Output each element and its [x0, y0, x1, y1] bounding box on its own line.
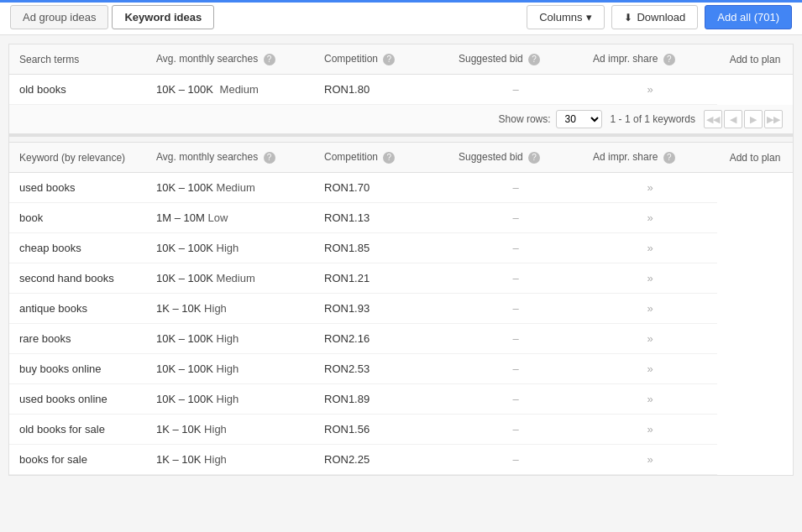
- keyword-cell: rare books: [9, 324, 146, 354]
- keyword-cell: book: [9, 203, 146, 233]
- keyword-row: rare books 10K – 100K High RON2.16 – »: [9, 324, 793, 354]
- add-plan-cell[interactable]: »: [583, 384, 717, 415]
- download-button[interactable]: Download: [611, 5, 698, 29]
- ad-impr-cell: –: [448, 75, 583, 105]
- col-avg-monthly-st: Avg. monthly searches ?: [146, 44, 314, 75]
- bid-cell: RON2.16: [314, 324, 448, 354]
- col-add-to-plan-st: Add to plan: [717, 44, 793, 75]
- ad-impr-cell: –: [448, 233, 583, 263]
- competition-help-icon[interactable]: ?: [383, 54, 395, 65]
- ad-impr-cell: –: [448, 384, 583, 415]
- add-plan-cell[interactable]: »: [583, 354, 717, 384]
- keyword-cell: used books online: [9, 384, 146, 415]
- suggested-bid-help-icon[interactable]: ?: [528, 54, 540, 65]
- col-ad-impr-ki: Ad impr. share ?: [583, 143, 717, 173]
- columns-label: Columns: [539, 11, 582, 23]
- ad-impr-cell: –: [448, 354, 583, 384]
- first-page-button[interactable]: ◀◀: [704, 110, 722, 128]
- add-plan-cell[interactable]: »: [583, 75, 717, 105]
- download-icon: [624, 11, 632, 23]
- add-plan-cell[interactable]: »: [583, 173, 717, 203]
- show-rows-label: Show rows:: [499, 113, 551, 125]
- bid-cell: RON1.85: [314, 233, 448, 263]
- add-plan-cell[interactable]: »: [583, 324, 717, 354]
- ad-impr-help-icon[interactable]: ?: [663, 54, 675, 65]
- keyword-row: books for sale 1K – 10K High RON2.25 – »: [9, 445, 793, 475]
- tab-ad-group-ideas[interactable]: Ad group ideas: [10, 5, 108, 29]
- suggested-bid-ki-help-icon[interactable]: ?: [528, 152, 540, 164]
- avg-monthly-help-icon[interactable]: ?: [264, 54, 275, 65]
- keyword-cell: antique books: [9, 294, 146, 324]
- bid-cell: RON1.80: [314, 75, 448, 105]
- competition-ki-help-icon[interactable]: ?: [383, 152, 395, 164]
- col-suggested-bid-ki: Suggested bid ?: [448, 143, 583, 173]
- top-actions: Columns ▾ Download Add all (701): [527, 5, 792, 29]
- avg-monthly-cell: 10K – 100K High: [146, 324, 314, 354]
- ad-impr-cell: –: [448, 294, 583, 324]
- avg-monthly-ki-help-icon[interactable]: ?: [264, 152, 275, 164]
- keyword-ideas-header-row: Keyword (by relevance) Avg. monthly sear…: [9, 143, 793, 173]
- col-add-to-plan-ki: Add to plan: [717, 143, 793, 173]
- keyword-row: book 1M – 10M Low RON1.13 – »: [9, 203, 793, 233]
- add-plan-cell[interactable]: »: [583, 233, 717, 263]
- bid-cell: RON2.25: [314, 445, 448, 475]
- search-terms-header-row: Search terms Avg. monthly searches ? Com…: [9, 44, 793, 75]
- bid-cell: RON1.56: [314, 415, 448, 445]
- keyword-cell: old books for sale: [9, 415, 146, 445]
- keyword-row: old books for sale 1K – 10K High RON1.56…: [9, 415, 793, 445]
- keyword-cell: buy books online: [9, 354, 146, 384]
- page-range-text: 1 - 1 of 1 keywords: [611, 113, 695, 125]
- bid-cell: RON1.70: [314, 173, 448, 203]
- search-terms-table: Search terms Avg. monthly searches ? Com…: [9, 44, 793, 105]
- avg-monthly-cell: 10K – 100K High: [146, 233, 314, 263]
- col-keyword: Keyword (by relevance): [9, 143, 146, 173]
- show-rows-group: Show rows: 30 50 100: [499, 110, 602, 128]
- avg-monthly-cell: 10K – 100K Medium: [146, 75, 314, 105]
- keyword-cell: second hand books: [9, 263, 146, 294]
- avg-monthly-cell: 1K – 10K High: [146, 415, 314, 445]
- avg-monthly-cell: 1K – 10K High: [146, 445, 314, 475]
- col-competition-ki: Competition ?: [314, 143, 448, 173]
- avg-monthly-cell: 10K – 100K High: [146, 384, 314, 415]
- ad-impr-cell: –: [448, 173, 583, 203]
- add-plan-cell[interactable]: »: [583, 294, 717, 324]
- keyword-cell: books for sale: [9, 445, 146, 475]
- add-plan-cell[interactable]: »: [583, 445, 717, 475]
- col-ad-impr-share-st: Ad impr. share ?: [583, 44, 717, 75]
- avg-monthly-cell: 10K – 100K High: [146, 354, 314, 384]
- search-terms-section: Search terms Avg. monthly searches ? Com…: [9, 44, 793, 136]
- prev-page-button[interactable]: ◀: [724, 110, 742, 128]
- bid-cell: RON1.21: [314, 263, 448, 294]
- ad-impr-cell: –: [448, 263, 583, 294]
- term-cell: old books: [9, 75, 146, 105]
- last-page-button[interactable]: ▶▶: [764, 110, 783, 128]
- tab-keyword-ideas[interactable]: Keyword ideas: [112, 5, 214, 29]
- download-label: Download: [637, 11, 685, 23]
- bid-cell: RON1.93: [314, 294, 448, 324]
- add-all-button[interactable]: Add all (701): [705, 5, 792, 29]
- chevron-down-icon: ▾: [586, 11, 592, 23]
- tab-group: Ad group ideas Keyword ideas: [10, 5, 214, 29]
- col-avg-monthly-ki: Avg. monthly searches ?: [146, 143, 314, 173]
- rows-per-page-select[interactable]: 30 50 100: [556, 110, 602, 128]
- add-plan-cell[interactable]: »: [583, 203, 717, 233]
- col-suggested-bid-st: Suggested bid ?: [448, 44, 583, 75]
- section-divider: [9, 136, 793, 143]
- keyword-row: second hand books 10K – 100K Medium RON1…: [9, 263, 793, 294]
- page-nav: ◀◀ ◀ ▶ ▶▶: [704, 110, 783, 128]
- keyword-ideas-table: Keyword (by relevance) Avg. monthly sear…: [9, 143, 793, 475]
- bid-cell: RON1.13: [314, 203, 448, 233]
- keyword-row: buy books online 10K – 100K High RON2.53…: [9, 354, 793, 384]
- keyword-row: used books online 10K – 100K High RON1.8…: [9, 384, 793, 415]
- add-plan-cell[interactable]: »: [583, 263, 717, 294]
- columns-button[interactable]: Columns ▾: [527, 5, 605, 29]
- add-all-label: Add all (701): [717, 11, 779, 23]
- ad-impr-ki-help-icon[interactable]: ?: [663, 152, 675, 164]
- keyword-cell: used books: [9, 173, 146, 203]
- add-plan-cell[interactable]: »: [583, 415, 717, 445]
- next-page-button[interactable]: ▶: [744, 110, 763, 128]
- avg-monthly-cell: 1K – 10K High: [146, 294, 314, 324]
- avg-monthly-cell: 10K – 100K Medium: [146, 263, 314, 294]
- avg-monthly-cell: 1M – 10M Low: [146, 203, 314, 233]
- bid-cell: RON1.89: [314, 384, 448, 415]
